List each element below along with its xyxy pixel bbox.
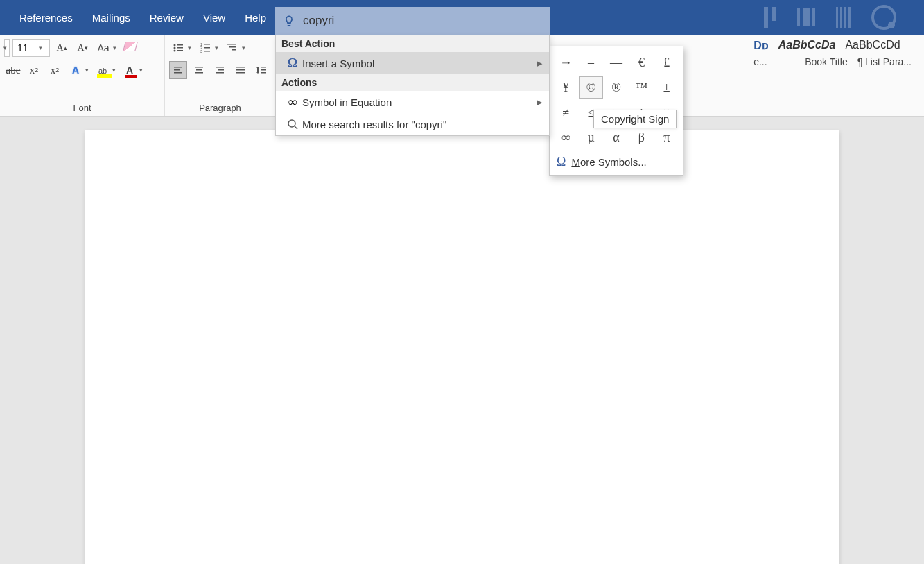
svg-text:3: 3 bbox=[200, 49, 202, 53]
bullets-button[interactable]: ▾ bbox=[169, 39, 193, 57]
highlighter-icon: ab bbox=[98, 65, 107, 76]
symbol-cell[interactable]: – bbox=[579, 51, 602, 74]
svg-rect-18 bbox=[195, 67, 203, 68]
title-accent bbox=[764, 0, 924, 35]
action-more-results[interactable]: More search results for "copyri" bbox=[276, 113, 549, 135]
symbol-cell[interactable]: α bbox=[604, 126, 628, 149]
highlight-button[interactable]: ab ▾ bbox=[94, 61, 118, 79]
svg-point-2 bbox=[174, 47, 176, 49]
style-preview-1[interactable]: Dᴅ bbox=[753, 39, 769, 52]
svg-point-0 bbox=[174, 44, 176, 46]
symbol-cell[interactable]: ≠ bbox=[554, 101, 577, 124]
svg-rect-9 bbox=[204, 47, 210, 49]
svg-rect-12 bbox=[227, 44, 236, 45]
symbol-cell[interactable]: ± bbox=[655, 76, 679, 99]
symbol-cell[interactable]: µ bbox=[579, 126, 602, 149]
svg-rect-27 bbox=[257, 68, 259, 72]
tooltip-copyright-sign: Copyright Sign bbox=[593, 110, 677, 128]
svg-line-32 bbox=[295, 126, 297, 129]
svg-rect-21 bbox=[216, 67, 224, 68]
action-symbol-equation[interactable]: ∞ Symbol in Equation ▶ bbox=[276, 91, 549, 113]
style-name-list-para[interactable]: ¶ List Para... bbox=[857, 56, 912, 67]
align-center-icon bbox=[193, 65, 204, 76]
style-preview-list-para[interactable]: AaBbCcDd bbox=[845, 39, 900, 52]
line-spacing-button[interactable] bbox=[252, 61, 270, 79]
tab-help[interactable]: Help bbox=[235, 0, 276, 35]
font-size-input[interactable] bbox=[13, 42, 37, 53]
align-right-icon bbox=[214, 65, 225, 76]
text-effects-button[interactable]: A▾ bbox=[67, 61, 91, 79]
tab-references[interactable]: References bbox=[10, 0, 82, 35]
align-right-button[interactable] bbox=[211, 61, 229, 79]
symbol-cell[interactable]: € bbox=[629, 51, 653, 74]
omega-icon: Ω bbox=[283, 56, 302, 71]
submenu-arrow-icon: ▶ bbox=[537, 98, 542, 107]
tell-me-actions-header: Actions bbox=[276, 74, 549, 91]
tab-view[interactable]: View bbox=[193, 0, 235, 35]
align-left-icon bbox=[173, 65, 184, 76]
font-size-box[interactable]: ▾ bbox=[12, 39, 50, 57]
justify-button[interactable] bbox=[232, 61, 250, 79]
symbol-grid: →–—€£¥©®™±≠≤≥÷×∞µαβπ bbox=[554, 51, 679, 149]
svg-rect-25 bbox=[236, 69, 245, 71]
change-case-button[interactable]: Aa▾ bbox=[94, 39, 119, 57]
font-size-dropdown-icon[interactable]: ▾ bbox=[37, 44, 44, 51]
multilevel-icon bbox=[227, 42, 238, 53]
symbol-cell[interactable]: ∞ bbox=[554, 126, 577, 149]
align-center-button[interactable] bbox=[190, 61, 208, 79]
align-left-button[interactable] bbox=[169, 61, 187, 79]
style-name-book-title[interactable]: Book Title bbox=[805, 56, 847, 67]
font-group: ▾ ▾ A▴ A▾ Aa▾ abc x2 x2 A▾ bbox=[0, 35, 165, 116]
tell-me-search[interactable] bbox=[275, 7, 550, 35]
style-preview-book-title[interactable]: AaBbCcDa bbox=[778, 39, 836, 52]
action-insert-symbol[interactable]: Ω Insert a Symbol ▶ bbox=[276, 52, 549, 74]
numbering-icon: 123 bbox=[200, 42, 211, 53]
text-cursor bbox=[177, 219, 177, 237]
svg-rect-24 bbox=[236, 67, 245, 68]
justify-icon bbox=[235, 65, 246, 76]
svg-rect-16 bbox=[174, 69, 180, 71]
numbering-button[interactable]: 123▾ bbox=[196, 39, 220, 57]
symbol-cell[interactable]: → bbox=[554, 51, 577, 74]
svg-rect-17 bbox=[174, 72, 182, 74]
shrink-font-button[interactable]: A▾ bbox=[73, 39, 91, 57]
superscript-button[interactable]: x2 bbox=[46, 61, 64, 79]
submenu-arrow-icon: ▶ bbox=[537, 59, 542, 68]
svg-rect-22 bbox=[218, 69, 224, 71]
svg-point-4 bbox=[174, 50, 176, 52]
grow-font-button[interactable]: A▴ bbox=[53, 39, 71, 57]
tell-me-input[interactable] bbox=[303, 14, 550, 28]
symbol-cell[interactable]: £ bbox=[655, 51, 679, 74]
font-color-icon: A bbox=[126, 65, 133, 76]
bullets-icon bbox=[173, 42, 184, 53]
svg-rect-28 bbox=[261, 67, 266, 68]
tab-mailings[interactable]: Mailings bbox=[82, 0, 140, 35]
paragraph-group-label: Paragraph bbox=[169, 101, 271, 114]
font-name-dropdown[interactable]: ▾ bbox=[4, 39, 10, 57]
clear-formatting-button[interactable] bbox=[121, 37, 139, 55]
symbol-cell[interactable]: ¥ bbox=[554, 76, 577, 99]
svg-rect-14 bbox=[232, 49, 236, 51]
font-color-button[interactable]: A ▾ bbox=[121, 61, 145, 79]
title-bar: References Mailings Review View Help bbox=[0, 0, 924, 35]
multilevel-list-button[interactable]: ▾ bbox=[223, 39, 247, 57]
symbol-cell[interactable]: ™ bbox=[629, 76, 653, 99]
document-page[interactable] bbox=[85, 130, 839, 564]
strikethrough-button[interactable]: abc bbox=[4, 61, 22, 79]
svg-rect-13 bbox=[229, 46, 236, 48]
styles-group: Dᴅ AaBbCcDa AaBbCcDd e... Book Title ¶ L… bbox=[748, 35, 917, 71]
symbol-cell[interactable]: β bbox=[629, 126, 653, 149]
svg-rect-30 bbox=[261, 72, 266, 74]
subscript-button[interactable]: x2 bbox=[25, 61, 43, 79]
tell-me-results-panel: Best Action Ω Insert a Symbol ▶ Actions … bbox=[275, 35, 550, 136]
symbol-cell[interactable]: © bbox=[579, 76, 602, 99]
symbol-cell[interactable]: — bbox=[604, 51, 628, 74]
lightbulb-icon bbox=[275, 7, 303, 35]
style-name-truncated[interactable]: e... bbox=[753, 56, 795, 67]
symbol-cell[interactable]: ® bbox=[604, 76, 628, 99]
more-symbols-button[interactable]: Ω More Symbols... bbox=[554, 149, 679, 171]
svg-rect-19 bbox=[196, 69, 202, 71]
svg-rect-26 bbox=[236, 72, 245, 74]
symbol-cell[interactable]: π bbox=[655, 126, 679, 149]
tab-review[interactable]: Review bbox=[140, 0, 193, 35]
